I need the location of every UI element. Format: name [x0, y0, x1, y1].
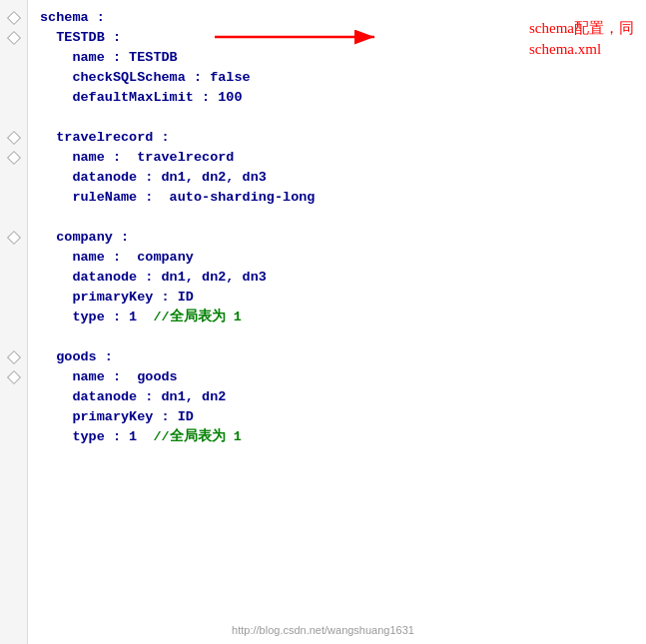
gutter-item [0, 68, 27, 88]
code-line: name : company [40, 248, 634, 268]
gutter-item [0, 387, 27, 407]
code-line: ruleName : auto-sharding-long [40, 188, 634, 208]
gutter-item [0, 28, 27, 48]
code-line: type : 1 //全局表为 1 [40, 427, 634, 447]
code-line: defaultMaxLimit : 100 [40, 88, 634, 108]
code-line: checkSQLSchema : false [40, 68, 634, 88]
annotation-text: schema配置，同 schema.xml [529, 18, 634, 60]
gutter-item [0, 407, 27, 427]
gutter-item [0, 148, 27, 168]
gutter-item [0, 108, 27, 128]
code-line: name : goods [40, 367, 634, 387]
gutter-item [0, 8, 27, 28]
code-line: primaryKey : ID [40, 288, 634, 308]
gutter-item [0, 228, 27, 248]
gutter-item [0, 248, 27, 268]
gutter-item [0, 168, 27, 188]
gutter-item [0, 308, 27, 327]
code-line [40, 108, 634, 128]
code-line: company : [40, 228, 634, 248]
gutter-item [0, 88, 27, 108]
code-line: goods : [40, 347, 634, 367]
code-line: type : 1 //全局表为 1 [40, 308, 634, 327]
code-line [40, 208, 634, 228]
gutter-item [0, 48, 27, 68]
code-line: datanode : dn1, dn2, dn3 [40, 168, 634, 188]
watermark: http://blog.csdn.net/wangshuang1631 [232, 624, 414, 636]
code-line [40, 327, 634, 347]
gutter-item [0, 327, 27, 347]
gutter-item [0, 347, 27, 367]
code-line: datanode : dn1, dn2 [40, 387, 634, 407]
code-line: travelrecord : [40, 128, 634, 148]
gutter-item [0, 268, 27, 288]
gutter-item [0, 427, 27, 447]
gutter-item [0, 288, 27, 308]
line-gutter [0, 0, 28, 644]
gutter-item [0, 128, 27, 148]
code-line: primaryKey : ID [40, 407, 634, 427]
code-line: name : travelrecord [40, 148, 634, 168]
code-line: datanode : dn1, dn2, dn3 [40, 268, 634, 288]
main-container: schema : TESTDB : name : TESTDB checkSQL… [0, 0, 646, 644]
gutter-item [0, 188, 27, 208]
gutter-item [0, 208, 27, 228]
code-area: schema : TESTDB : name : TESTDB checkSQL… [28, 0, 646, 644]
gutter-item [0, 367, 27, 387]
